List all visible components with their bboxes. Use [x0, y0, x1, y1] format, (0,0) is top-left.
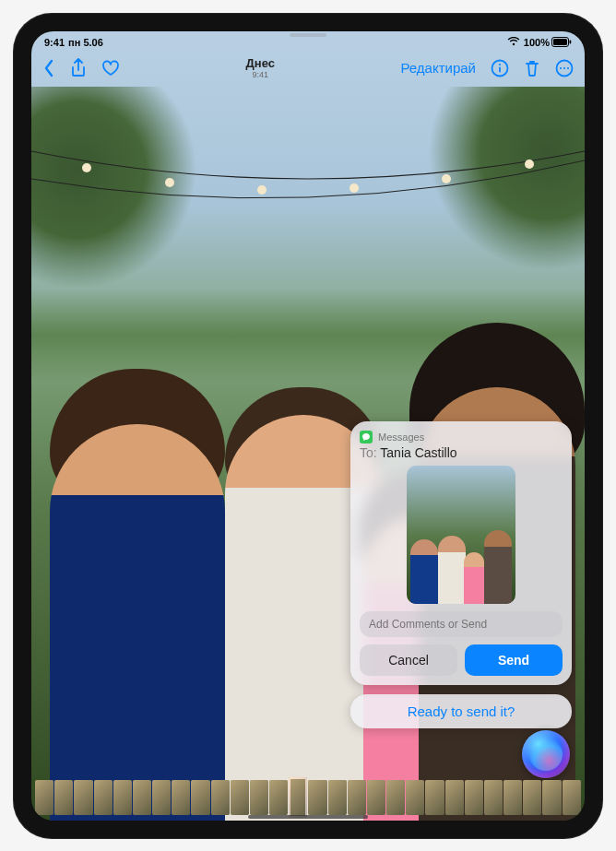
comment-input[interactable] — [360, 611, 563, 637]
messages-app-label: Messages — [378, 431, 424, 443]
thumbnail[interactable] — [328, 780, 347, 815]
thumbnail[interactable] — [250, 780, 268, 815]
home-indicator[interactable] — [248, 815, 368, 819]
svg-point-10 — [82, 163, 91, 172]
thumbnail[interactable] — [542, 780, 561, 815]
thumbnail[interactable] — [348, 780, 366, 815]
thumbnail[interactable] — [269, 780, 288, 815]
more-button[interactable] — [555, 59, 574, 77]
thumbnail[interactable] — [406, 780, 424, 815]
siri-prompt[interactable]: Ready to send it? — [350, 694, 572, 728]
svg-rect-1 — [553, 39, 567, 45]
thumbnail[interactable] — [74, 780, 92, 815]
recipient-line[interactable]: To: Tania Castillo — [360, 445, 563, 460]
thumbnail[interactable] — [425, 780, 444, 815]
multitask-pill[interactable] — [290, 33, 326, 37]
scene-lights — [31, 142, 585, 225]
page-subtitle: 9:41 — [120, 70, 401, 79]
thumbnail[interactable] — [445, 780, 464, 815]
messages-app-icon — [360, 431, 373, 443]
thumbnail[interactable] — [211, 780, 230, 815]
svg-point-14 — [442, 174, 451, 183]
thumbnail-selected[interactable] — [289, 777, 307, 818]
screen: 9:41 пн 5.06 100% — [31, 31, 585, 821]
thumbnail[interactable] — [484, 780, 503, 815]
photos-toolbar: Днес 9:41 Редактирай — [31, 50, 585, 87]
svg-point-8 — [563, 66, 565, 68]
attachment-preview[interactable] — [407, 466, 515, 604]
siri-compose-panel: Messages To: Tania Castillo Cancel Send … — [350, 421, 572, 728]
svg-point-13 — [349, 183, 359, 193]
thumbnail[interactable] — [465, 780, 483, 815]
svg-point-11 — [165, 178, 174, 187]
thumbnail[interactable] — [113, 780, 132, 815]
svg-point-4 — [499, 63, 501, 65]
siri-orb[interactable] — [522, 730, 570, 778]
thumbnail[interactable] — [308, 780, 326, 815]
edit-button[interactable]: Редактирай — [401, 60, 477, 76]
thumbnail[interactable] — [94, 780, 113, 815]
ipad-device-frame: 9:41 пн 5.06 100% — [13, 13, 603, 839]
svg-rect-2 — [570, 41, 572, 44]
wifi-icon — [507, 37, 520, 48]
thumbnail[interactable] — [367, 780, 385, 815]
photo-thumbnail-strip[interactable] — [31, 780, 585, 815]
to-label: To: — [360, 445, 377, 460]
svg-point-15 — [525, 160, 534, 169]
thumbnail[interactable] — [133, 780, 151, 815]
thumbnail[interactable] — [563, 780, 581, 815]
thumbnail[interactable] — [191, 780, 209, 815]
scene-person — [50, 424, 225, 821]
trash-button[interactable] — [524, 59, 540, 77]
svg-rect-5 — [499, 66, 501, 72]
svg-point-9 — [567, 66, 569, 68]
battery-indicator: 100% — [524, 37, 572, 48]
battery-percent: 100% — [524, 37, 550, 48]
share-button[interactable] — [70, 58, 87, 78]
siri-message-card: Messages To: Tania Castillo Cancel Send — [350, 421, 572, 685]
cancel-button[interactable]: Cancel — [360, 644, 457, 676]
thumbnail[interactable] — [523, 780, 541, 815]
favorite-button[interactable] — [101, 60, 120, 77]
status-day: пн 5.06 — [68, 37, 103, 48]
recipient-name: Tania Castillo — [380, 445, 456, 460]
svg-point-7 — [560, 66, 562, 68]
thumbnail[interactable] — [35, 780, 53, 815]
thumbnail[interactable] — [503, 780, 522, 815]
back-button[interactable] — [42, 59, 55, 77]
status-time: 9:41 — [44, 37, 65, 48]
thumbnail[interactable] — [54, 780, 73, 815]
send-button[interactable]: Send — [465, 644, 563, 676]
page-title: Днес — [120, 56, 401, 70]
thumbnail[interactable] — [386, 780, 405, 815]
info-button[interactable] — [491, 59, 509, 77]
thumbnail[interactable] — [231, 780, 249, 815]
thumbnail[interactable] — [152, 780, 171, 815]
thumbnail[interactable] — [172, 780, 190, 815]
svg-point-12 — [257, 185, 267, 195]
